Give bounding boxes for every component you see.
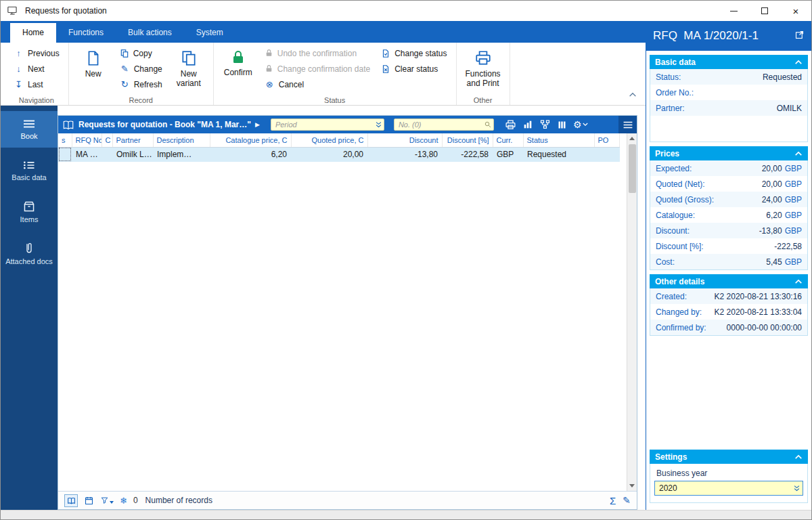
filter-button[interactable] xyxy=(100,496,114,505)
undo-confirmation-button[interactable]: Undo the confirmation xyxy=(261,46,374,60)
sidebar-item-basic-data[interactable]: Basic data xyxy=(1,152,58,189)
relations-icon[interactable] xyxy=(539,119,551,130)
functions-and-print-button[interactable]: Functions and Print xyxy=(462,46,504,93)
columns-icon[interactable] xyxy=(557,120,567,130)
sum-icon[interactable]: Σ xyxy=(610,496,616,506)
tab-system[interactable]: System xyxy=(184,23,235,43)
new-variant-icon xyxy=(180,49,198,67)
cell-catalogue-price: 6,20 xyxy=(210,147,291,162)
records-label[interactable]: Number of records xyxy=(145,496,212,505)
change-status-button[interactable]: Change status xyxy=(378,46,450,60)
collapse-chevron-icon xyxy=(794,149,803,158)
previous-button[interactable]: ↑ Previous xyxy=(10,46,63,60)
confirm-button[interactable]: Confirm xyxy=(219,46,257,93)
arrow-last-icon: ↧ xyxy=(14,80,24,89)
grid-table-area: s RFQ No C Partner Description Catalogue… xyxy=(58,133,627,491)
last-button[interactable]: ↧ Last xyxy=(10,77,63,91)
next-button[interactable]: ↓ Next xyxy=(10,62,63,76)
scroll-thumb[interactable] xyxy=(629,144,636,193)
refresh-button[interactable]: ↻ Refresh xyxy=(116,77,166,91)
minimize-button[interactable] xyxy=(718,1,749,21)
edit-icon[interactable]: ✎ xyxy=(623,496,631,505)
section-prices: Prices Expected: 20,00GBP Quoted (Net): … xyxy=(650,146,808,270)
paperclip-icon xyxy=(23,241,35,255)
refresh-icon: ↻ xyxy=(120,80,130,89)
column-header-status[interactable]: Status xyxy=(523,133,594,147)
calendar-icon[interactable] xyxy=(84,496,94,506)
arrow-down-icon: ↓ xyxy=(14,64,24,73)
frozen-count: 0 xyxy=(133,496,138,505)
chart-icon[interactable] xyxy=(522,119,533,130)
section-settings: Settings Business year xyxy=(650,450,808,503)
detail-row-order-no: Order No.: xyxy=(650,85,807,100)
column-header-s[interactable]: s xyxy=(58,133,72,147)
column-header-quoted-price[interactable]: Quoted price, C xyxy=(291,133,367,147)
business-year-input[interactable] xyxy=(654,481,803,496)
detail-row-quoted-gross: Quoted (Gross): 24,00GBP xyxy=(650,192,807,207)
cell-discount-pct: -222,58 xyxy=(442,147,493,162)
scroll-down-arrow[interactable] xyxy=(627,481,637,491)
section-header-basic-data[interactable]: Basic data xyxy=(650,55,808,69)
cell-c xyxy=(102,147,112,162)
new-variant-button[interactable]: New variant xyxy=(170,46,208,93)
expand-button[interactable] xyxy=(794,30,805,42)
panel-title: RFQ MA 1/2020/1-1 xyxy=(653,29,759,43)
column-header-currency[interactable]: Curr. xyxy=(493,133,523,147)
scroll-up-arrow[interactable] xyxy=(627,133,637,144)
new-button[interactable]: New xyxy=(74,46,112,93)
column-header-catalogue-price[interactable]: Catalogue price, C xyxy=(210,133,291,147)
detail-row-discount-pct: Discount [%]: -222,58 xyxy=(650,238,807,254)
detail-row-cost: Cost: 5,45GBP xyxy=(650,254,807,269)
ribbon: ↑ Previous ↓ Next ↧ Last Navigation xyxy=(1,43,646,106)
column-header-discount-pct[interactable]: Discount [%] xyxy=(442,133,493,147)
sidebar-item-book[interactable]: Book xyxy=(1,111,58,148)
column-header-discount[interactable]: Discount xyxy=(367,133,442,147)
ribbon-group-record: New Copy ✎ Change ↻ Refresh xyxy=(69,43,214,105)
search-icon[interactable] xyxy=(484,121,492,131)
column-header-rfq-no[interactable]: RFQ No xyxy=(72,133,102,147)
number-search-input[interactable] xyxy=(394,118,494,131)
snowflake-icon[interactable]: ❄ xyxy=(120,496,127,505)
grid-statusbar: ❄ 0 Number of records Σ ✎ xyxy=(58,491,637,509)
view-toggle-button[interactable] xyxy=(64,494,78,507)
column-header-po[interactable]: PO xyxy=(594,133,620,147)
settings-gear-button[interactable]: ⚙ xyxy=(573,120,589,129)
vertical-scrollbar[interactable] xyxy=(627,133,637,491)
cell-po xyxy=(594,147,620,162)
content-area: Requests for quotation - Book "MA 1, Mar… xyxy=(58,106,646,510)
funnel-icon xyxy=(100,496,109,505)
cancel-button[interactable]: ⊗ Cancel xyxy=(261,77,374,91)
dropdown-chevrons-icon[interactable] xyxy=(375,121,382,131)
cell-rfq-no: MA … xyxy=(72,147,102,162)
book-menu-button[interactable] xyxy=(618,116,637,133)
lock-icon xyxy=(230,49,246,66)
app-window: Requests for quotation × Home Functions … xyxy=(0,0,812,520)
section-header-other-details[interactable]: Other details xyxy=(650,274,808,288)
section-header-prices[interactable]: Prices xyxy=(650,146,808,160)
period-input[interactable] xyxy=(271,118,384,131)
tab-home[interactable]: Home xyxy=(10,23,56,43)
column-header-c[interactable]: C xyxy=(102,133,112,147)
change-confirmation-date-button[interactable]: Change confirmation date xyxy=(261,62,374,76)
tab-functions[interactable]: Functions xyxy=(56,23,116,43)
ribbon-collapse-button[interactable] xyxy=(628,90,637,100)
group-label-navigation: Navigation xyxy=(5,96,68,104)
column-header-description[interactable]: Description xyxy=(153,133,210,147)
pencil-icon: ✎ xyxy=(120,64,130,73)
section-header-settings[interactable]: Settings xyxy=(650,450,808,464)
clear-status-button[interactable]: Clear status xyxy=(378,62,450,76)
print-icon[interactable] xyxy=(505,119,516,131)
close-button[interactable]: × xyxy=(780,1,811,21)
column-header-partner[interactable]: Partner xyxy=(112,133,153,147)
tab-bulk-actions[interactable]: Bulk actions xyxy=(116,23,184,43)
detail-row-discount: Discount: -13,80GBP xyxy=(650,223,807,238)
maximize-button[interactable] xyxy=(749,1,780,21)
play-icon[interactable]: ▶ xyxy=(255,121,260,128)
sidebar-item-attached-docs[interactable]: Attached docs xyxy=(1,235,58,272)
details-panel-header: RFQ MA 1/2020/1-1 xyxy=(646,21,811,51)
table-row[interactable]: MA … Omilk L… Implem… 6,20 20,00 -13,80 … xyxy=(58,147,620,162)
dropdown-chevrons-icon[interactable] xyxy=(793,484,800,494)
change-button[interactable]: ✎ Change xyxy=(116,62,166,76)
copy-button[interactable]: Copy xyxy=(116,46,166,60)
sidebar-item-items[interactable]: Items xyxy=(1,194,58,230)
